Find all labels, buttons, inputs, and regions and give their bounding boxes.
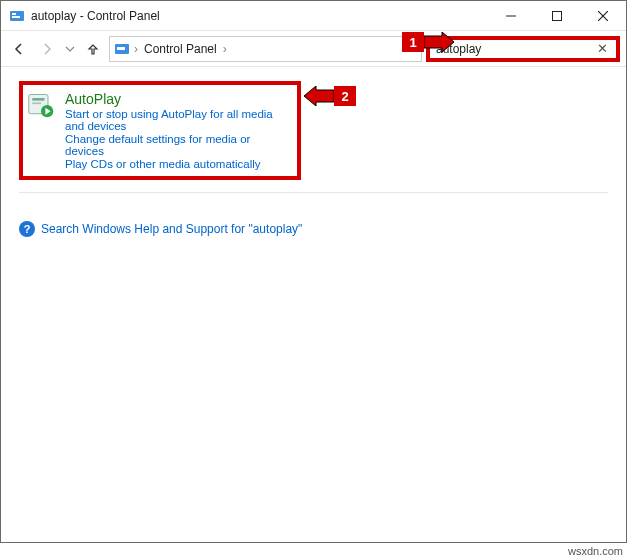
minimize-button[interactable]	[488, 1, 534, 30]
maximize-button[interactable]	[534, 1, 580, 30]
help-row: ? Search Windows Help and Support for "a…	[19, 211, 608, 237]
svg-rect-4	[553, 11, 562, 20]
forward-button[interactable]	[35, 37, 59, 61]
search-box[interactable]: ✕	[426, 36, 620, 62]
up-button[interactable]	[81, 37, 105, 61]
divider	[19, 192, 608, 193]
autoplay-icon	[27, 91, 55, 119]
titlebar: autoplay - Control Panel	[1, 1, 626, 31]
autoplay-result: AutoPlay Start or stop using AutoPlay fo…	[19, 81, 301, 180]
result-title[interactable]: AutoPlay	[65, 91, 287, 107]
address-bar[interactable]: › Control Panel ›	[109, 36, 422, 62]
control-panel-window: autoplay - Control Panel	[0, 0, 627, 543]
chevron-right-icon: ›	[221, 42, 229, 56]
result-link-1[interactable]: Start or stop using AutoPlay for all med…	[65, 108, 287, 132]
control-panel-breadcrumb-icon	[114, 41, 130, 57]
result-body: AutoPlay Start or stop using AutoPlay fo…	[65, 91, 287, 170]
help-link[interactable]: Search Windows Help and Support for "aut…	[41, 222, 302, 236]
clear-search-icon[interactable]: ✕	[593, 41, 612, 56]
svg-rect-8	[117, 47, 125, 50]
back-button[interactable]	[7, 37, 31, 61]
control-panel-icon	[9, 8, 25, 24]
svg-rect-11	[32, 102, 41, 104]
search-input[interactable]	[436, 42, 593, 56]
svg-rect-2	[12, 16, 20, 18]
recent-dropdown[interactable]	[63, 37, 77, 61]
result-link-2[interactable]: Change default settings for media or dev…	[65, 133, 287, 157]
result-link-3[interactable]: Play CDs or other media automatically	[65, 158, 287, 170]
window-title: autoplay - Control Panel	[31, 9, 488, 23]
breadcrumb-root[interactable]: Control Panel	[142, 42, 219, 56]
svg-rect-10	[32, 98, 44, 101]
svg-rect-1	[12, 13, 16, 15]
navigation-bar: › Control Panel › ✕	[1, 31, 626, 67]
help-icon: ?	[19, 221, 35, 237]
content-area: AutoPlay Start or stop using AutoPlay fo…	[1, 67, 626, 542]
close-button[interactable]	[580, 1, 626, 30]
window-buttons	[488, 1, 626, 30]
watermark: wsxdn.com	[568, 545, 623, 557]
chevron-right-icon: ›	[132, 42, 140, 56]
